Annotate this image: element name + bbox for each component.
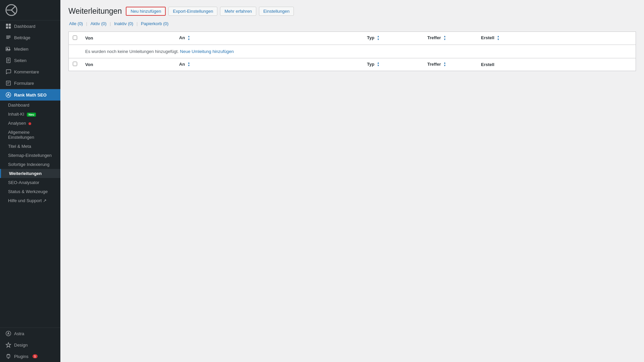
page-title: Weiterleitungen	[68, 7, 122, 16]
main-content: Weiterleitungen Neu hinzufügen Export-Ei…	[60, 0, 644, 362]
sort-arrows-typ-footer: ▲▼	[377, 62, 380, 68]
sidebar-label: Astra	[14, 331, 24, 336]
add-button[interactable]: Neu hinzufügen	[126, 7, 166, 16]
footer-von[interactable]: Von	[81, 58, 175, 71]
sidebar-label: Kommentare	[14, 69, 39, 74]
select-all-checkbox[interactable]	[73, 36, 77, 40]
filter-inactive[interactable]: Inaktiv (0)	[114, 21, 135, 26]
sidebar-item-rm-inhalt[interactable]: Inhalt-KI Neu	[0, 110, 60, 119]
sidebar-label: Beiträge	[14, 35, 30, 40]
sidebar-label: Seiten	[14, 58, 26, 63]
comments-icon	[5, 69, 11, 75]
empty-message-cell: Es wurden noch keine Umleitungen hinzuge…	[81, 45, 636, 58]
svg-rect-4	[9, 26, 11, 28]
sidebar-item-rm-analysen[interactable]: Analysen	[0, 119, 60, 128]
footer-treffer[interactable]: Treffer ▲▼	[423, 58, 477, 71]
header-checkbox-cell	[69, 32, 81, 45]
footer-typ[interactable]: Typ ▲▼	[363, 58, 423, 71]
sort-arrows-treffer: ▲▼	[443, 35, 446, 41]
sort-arrows-erstell: ▲▼	[497, 35, 499, 41]
sidebar-item-rm-dashboard[interactable]: Dashboard	[0, 101, 60, 110]
sidebar-label: Dashboard	[14, 24, 36, 29]
sidebar-item-kommentare[interactable]: Kommentare	[0, 66, 60, 77]
rank-math-section: Rank Math SEO Dashboard Inhalt-KI Neu An…	[0, 89, 60, 205]
header-an[interactable]: An ▲▼	[175, 32, 363, 45]
select-all-footer-checkbox[interactable]	[73, 62, 77, 66]
table: Von An ▲▼ Typ ▲▼ Treffer ▲▼	[69, 32, 636, 71]
wp-logo-area	[0, 0, 60, 20]
empty-add-link[interactable]: Neue Umleitung hinzufügen	[180, 49, 234, 54]
filter-trash[interactable]: Papierkorb (0)	[141, 21, 168, 26]
sidebar-item-plugins[interactable]: Plugins 1	[0, 351, 60, 362]
header-buttons: Neu hinzufügen Export-Einstellungen Mehr…	[126, 7, 294, 16]
sidebar-item-formulare[interactable]: Formulare	[0, 77, 60, 89]
filter-all[interactable]: Alle (0)	[69, 21, 84, 26]
learn-button[interactable]: Mehr erfahren	[220, 7, 256, 16]
sidebar-item-rm-sitemap[interactable]: Sitemap-Einstellungen	[0, 151, 60, 160]
sidebar-item-rm-indexierung[interactable]: Sofortige Indexierung	[0, 160, 60, 169]
media-icon	[5, 46, 11, 52]
footer-an[interactable]: An ▲▼	[175, 58, 363, 71]
footer-checkbox-cell	[69, 58, 81, 71]
header-von[interactable]: Von	[81, 32, 175, 45]
sidebar-label: Medien	[14, 47, 29, 52]
svg-rect-3	[6, 26, 8, 28]
dashboard-icon	[5, 23, 11, 29]
sidebar-label: Plugins	[14, 354, 29, 359]
wp-logo-icon	[5, 4, 17, 16]
rank-math-label: Rank Math SEO	[14, 93, 47, 98]
header-erstell[interactable]: Erstell ▲▼	[477, 32, 636, 45]
sidebar-item-rm-seo-analysator[interactable]: SEO-Analysator	[0, 178, 60, 187]
plugins-icon	[5, 353, 11, 359]
pages-icon	[5, 57, 11, 63]
empty-checkbox-cell	[69, 45, 81, 58]
svg-rect-1	[6, 24, 8, 26]
sidebar-item-rm-hilfe[interactable]: Hilfe und Support ↗	[0, 196, 60, 205]
rank-math-icon	[5, 92, 11, 98]
filter-bar: Alle (0) | Aktiv (0) | Inaktiv (0) | Pap…	[68, 21, 636, 26]
sidebar-item-rm-weiterleitungen[interactable]: Weiterleitungen	[0, 169, 60, 178]
plugins-badge: 1	[33, 354, 38, 358]
header-typ[interactable]: Typ ▲▼	[363, 32, 423, 45]
settings-button[interactable]: Einstellungen	[259, 7, 294, 16]
sidebar-item-rm-titel[interactable]: Titel & Meta	[0, 142, 60, 151]
sidebar-label: Formulare	[14, 81, 34, 86]
sort-arrows-typ: ▲▼	[377, 35, 380, 41]
export-button[interactable]: Export-Einstellungen	[168, 7, 217, 16]
sidebar-item-seiten[interactable]: Seiten	[0, 55, 60, 66]
page-header: Weiterleitungen Neu hinzufügen Export-Ei…	[68, 7, 636, 16]
sidebar-item-design[interactable]: Design	[0, 339, 60, 351]
rank-math-header[interactable]: Rank Math SEO	[0, 89, 60, 101]
filter-active[interactable]: Aktiv (0)	[91, 21, 108, 26]
sidebar-item-rm-allgemein[interactable]: Allgemeine Einstellungen	[0, 128, 60, 142]
sidebar-item-astra[interactable]: Astra	[0, 328, 60, 339]
header-treffer[interactable]: Treffer ▲▼	[423, 32, 477, 45]
rank-math-submenu: Dashboard Inhalt-KI Neu Analysen Allgeme…	[0, 101, 60, 205]
forms-icon	[5, 80, 11, 86]
sort-arrows-treffer-footer: ▲▼	[443, 62, 446, 68]
sidebar-bottom: Astra Design Plugins 1	[0, 327, 60, 362]
sort-arrows-an-footer: ▲▼	[187, 62, 190, 68]
dot-badge	[29, 122, 31, 125]
design-icon	[5, 342, 11, 348]
svg-rect-2	[9, 24, 11, 26]
sidebar-item-beitraege[interactable]: Beiträge	[0, 32, 60, 43]
sidebar-nav: Dashboard Beiträge Medien Seiten Komment…	[0, 20, 60, 89]
redirections-table: Von An ▲▼ Typ ▲▼ Treffer ▲▼	[68, 32, 636, 71]
sidebar-item-dashboard[interactable]: Dashboard	[0, 20, 60, 32]
new-badge: Neu	[27, 113, 36, 117]
empty-row: Es wurden noch keine Umleitungen hinzuge…	[69, 45, 636, 58]
table-footer-row: Von An ▲▼ Typ ▲▼ Treffer ▲▼	[69, 58, 636, 71]
footer-erstell[interactable]: Erstell	[477, 58, 636, 71]
sidebar-item-medien[interactable]: Medien	[0, 43, 60, 55]
sort-arrows-an: ▲▼	[187, 35, 190, 41]
astra-icon	[5, 330, 11, 337]
table-body: Es wurden noch keine Umleitungen hinzuge…	[69, 45, 636, 71]
table-header-row: Von An ▲▼ Typ ▲▼ Treffer ▲▼	[69, 32, 636, 45]
sidebar: Dashboard Beiträge Medien Seiten Komment…	[0, 0, 60, 362]
sidebar-item-rm-status[interactable]: Status & Werkzeuge	[0, 187, 60, 196]
posts-icon	[5, 35, 11, 41]
sidebar-label: Design	[14, 343, 28, 348]
svg-rect-11	[6, 81, 11, 85]
